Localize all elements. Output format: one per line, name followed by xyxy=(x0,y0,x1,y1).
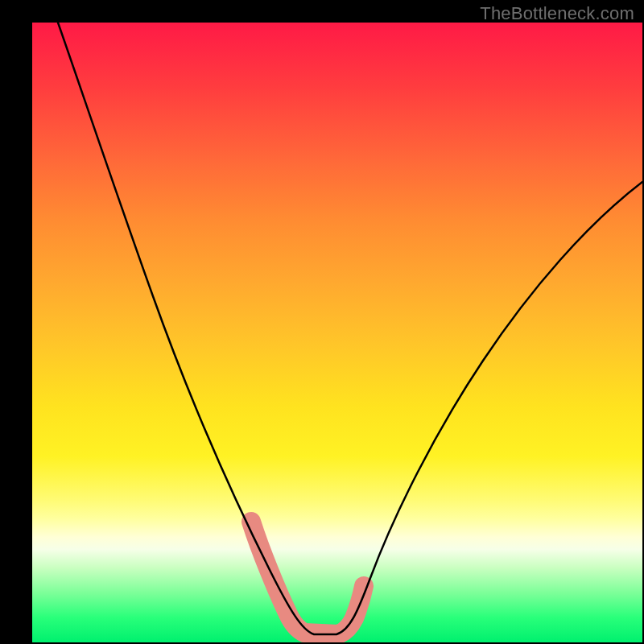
bottleneck-curve xyxy=(58,23,642,634)
valley-highlight xyxy=(251,522,364,634)
plot-area xyxy=(32,23,642,642)
curve-svg xyxy=(32,23,642,642)
watermark-text: TheBottleneck.com xyxy=(480,3,634,24)
chart-container: TheBottleneck.com xyxy=(0,0,644,644)
